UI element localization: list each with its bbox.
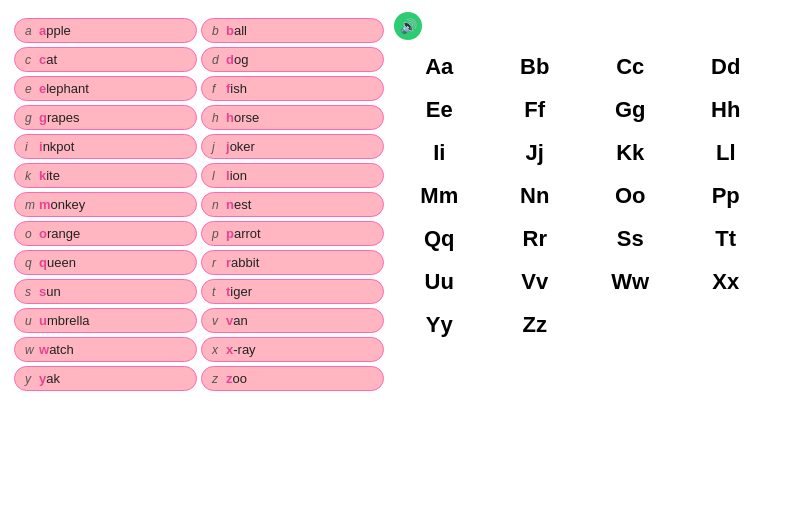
alpha-cell-y: Yy (394, 306, 485, 344)
word-text: ball (226, 23, 247, 38)
alpha-cell-k: Kk (585, 134, 676, 172)
alpha-cell-s: Ss (585, 220, 676, 258)
word-pill-t: ttiger (201, 279, 384, 304)
word-pill-f: ffish (201, 76, 384, 101)
word-key: a (25, 24, 35, 38)
alpha-cell-e: Ee (394, 91, 485, 129)
alpha-cap: A (425, 54, 441, 80)
word-text: apple (39, 23, 71, 38)
alpha-low: t (729, 226, 736, 252)
alpha-cell-c: Cc (585, 48, 676, 86)
word-pill-z: zzoo (201, 366, 384, 391)
word-pill-q: qqueen (14, 250, 197, 275)
word-pill-k: kkite (14, 163, 197, 188)
word-pill-h: hhorse (201, 105, 384, 130)
alpha-cell-o: Oo (585, 177, 676, 215)
word-text: elephant (39, 81, 89, 96)
alpha-low: q (441, 226, 454, 252)
alpha-low: i (439, 140, 445, 166)
alpha-cell-empty (681, 306, 772, 344)
alpha-low: d (727, 54, 740, 80)
alpha-cap: V (521, 269, 536, 295)
word-key: u (25, 314, 35, 328)
alpha-cap: G (615, 97, 632, 123)
alpha-low: o (632, 183, 645, 209)
word-pill-i: iinkpot (14, 134, 197, 159)
word-text: nest (226, 197, 251, 212)
alpha-cap: N (520, 183, 536, 209)
alpha-cap: P (712, 183, 727, 209)
alpha-low: j (538, 140, 544, 166)
word-pill-y: yyak (14, 366, 197, 391)
word-text: x-ray (226, 342, 256, 357)
word-key: p (212, 227, 222, 241)
alpha-cap: Y (426, 312, 441, 338)
alpha-cell-j: Jj (490, 134, 581, 172)
word-key: o (25, 227, 35, 241)
alpha-cell-z: Zz (490, 306, 581, 344)
word-key: r (212, 256, 222, 270)
alpha-cell-b: Bb (490, 48, 581, 86)
alpha-cap: D (711, 54, 727, 80)
alpha-low: c (632, 54, 644, 80)
word-key: t (212, 285, 222, 299)
alpha-low: k (632, 140, 644, 166)
word-key: n (212, 198, 222, 212)
alpha-low: n (536, 183, 549, 209)
word-key: f (212, 82, 222, 96)
alpha-cell-empty (585, 306, 676, 344)
word-key: m (25, 198, 35, 212)
word-pill-o: oorange (14, 221, 197, 246)
word-text: parrot (226, 226, 261, 241)
word-key: q (25, 256, 35, 270)
alpha-low: r (538, 226, 547, 252)
word-pill-c: ccat (14, 47, 197, 72)
speaker-icon: 🔊 (394, 12, 422, 40)
word-key: z (212, 372, 222, 386)
alpha-cell-h: Hh (681, 91, 772, 129)
word-pill-e: eelephant (14, 76, 197, 101)
alpha-cell-x: Xx (681, 263, 772, 301)
word-key: s (25, 285, 35, 299)
word-text: sun (39, 284, 61, 299)
alpha-cap: E (426, 97, 441, 123)
alpha-low: y (440, 312, 452, 338)
word-key: w (25, 343, 35, 357)
word-text: dog (226, 52, 248, 67)
alpha-low: s (631, 226, 643, 252)
word-pill-v: vvan (201, 308, 384, 333)
alpha-cell-f: Ff (490, 91, 581, 129)
alpha-cap: C (616, 54, 632, 80)
word-pill-a: aapple (14, 18, 197, 43)
alpha-cap: X (712, 269, 727, 295)
word-text: monkey (39, 197, 85, 212)
word-pill-x: xx-ray (201, 337, 384, 362)
word-pill-m: mmonkey (14, 192, 197, 217)
alpha-low: v (536, 269, 548, 295)
word-key: y (25, 372, 35, 386)
word-key: i (25, 140, 35, 154)
alpha-low: h (727, 97, 740, 123)
word-key: x (212, 343, 222, 357)
word-pill-u: uumbrella (14, 308, 197, 333)
alpha-cell-r: Rr (490, 220, 581, 258)
word-pill-r: rrabbit (201, 250, 384, 275)
word-pill-l: llion (201, 163, 384, 188)
word-pill-p: pparrot (201, 221, 384, 246)
word-text: joker (226, 139, 255, 154)
word-text: lion (226, 168, 247, 183)
alpha-cap: F (524, 97, 537, 123)
alpha-low: e (440, 97, 452, 123)
word-text: grapes (39, 110, 79, 125)
alpha-low: x (727, 269, 739, 295)
alpha-cap: M (420, 183, 438, 209)
word-key: k (25, 169, 35, 183)
word-text: cat (39, 52, 57, 67)
word-grid: aapplebballccatddogeelephantffishggrapes… (14, 18, 384, 391)
word-key: b (212, 24, 222, 38)
word-pill-j: jjoker (201, 134, 384, 159)
alpha-cap: K (616, 140, 632, 166)
alpha-cell-w: Ww (585, 263, 676, 301)
word-key: h (212, 111, 222, 125)
word-text: yak (39, 371, 60, 386)
